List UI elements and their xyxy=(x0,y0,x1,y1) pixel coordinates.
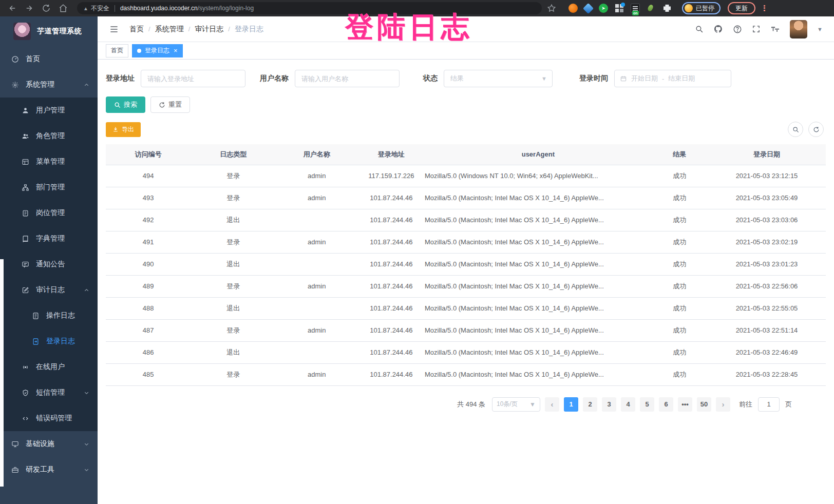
profile-paused-pill[interactable]: 已暂停 xyxy=(682,2,721,14)
user-avatar[interactable] xyxy=(790,20,807,38)
hamburger-icon[interactable] xyxy=(109,24,119,34)
github-icon[interactable] xyxy=(713,24,723,34)
extensions-puzzle-icon[interactable] xyxy=(662,4,672,13)
sidebar-item-audit-log[interactable]: 审计日志 xyxy=(0,277,98,303)
caret-down-icon[interactable]: ▼ xyxy=(817,26,823,32)
profile-emoji-icon xyxy=(685,4,693,12)
sidebar-item-posts[interactable]: 岗位管理 xyxy=(0,200,98,226)
cell-result: 成功 xyxy=(652,341,708,363)
sidebar-item-login-log[interactable]: 登录日志 xyxy=(0,328,98,354)
search-icon[interactable] xyxy=(695,25,704,33)
cell-user-agent: Mozilla/5.0 (Windows NT 10.0; Win64; x64… xyxy=(425,165,652,187)
help-icon[interactable] xyxy=(733,25,742,34)
extension-grid-icon[interactable] xyxy=(615,4,624,13)
warning-triangle-icon: ▲ xyxy=(83,6,88,11)
sidebar-item-online-users[interactable]: 在线用户 xyxy=(0,354,98,380)
next-page-button[interactable]: › xyxy=(716,397,730,412)
sidebar-item-label: 岗位管理 xyxy=(36,208,65,218)
username-input[interactable] xyxy=(295,70,400,87)
sidebar-item-home[interactable]: 首页 xyxy=(0,46,98,72)
cell-user-agent: Mozilla/5.0 (Macintosh; Intel Mac OS X 1… xyxy=(425,209,652,231)
page-button-6[interactable]: 6 xyxy=(659,397,673,412)
more-pages-button[interactable]: ••• xyxy=(678,397,692,412)
breadcrumb-separator: / xyxy=(188,25,191,33)
address-bar[interactable]: ▲ 不安全 dashboard.yudao.iocoder.cn/system/… xyxy=(77,2,542,14)
sidebar-item-error-code[interactable]: 错误码管理 xyxy=(0,405,98,431)
font-size-icon[interactable] xyxy=(770,24,780,34)
sidebar-item-menus[interactable]: 菜单管理 xyxy=(0,149,98,175)
sidebar-item-operate-log[interactable]: 操作日志 xyxy=(0,303,98,328)
cell-login-date: 2021-05-03 22:56:06 xyxy=(708,275,826,297)
toggle-search-button[interactable] xyxy=(788,122,803,137)
sidebar-item-depts[interactable]: 部门管理 xyxy=(0,175,98,200)
sidebar-item-label: 菜单管理 xyxy=(36,157,65,166)
cell-result: 成功 xyxy=(652,209,708,231)
page-button-2[interactable]: 2 xyxy=(583,397,597,412)
bookmark-star-icon[interactable] xyxy=(547,4,556,13)
extension-tabs-icon[interactable]: on xyxy=(631,4,640,13)
export-button[interactable]: 导出 xyxy=(106,122,141,137)
sidebar-item-label: 操作日志 xyxy=(46,311,75,320)
page-button-1[interactable]: 1 xyxy=(564,397,578,412)
date-range-picker[interactable]: 开始日期 - 结束日期 xyxy=(614,70,731,87)
close-icon[interactable]: × xyxy=(174,47,178,54)
cell-ip: 101.87.244.46 xyxy=(358,319,425,341)
sidebar-item-sms[interactable]: 短信管理 xyxy=(0,380,98,405)
tab-login-log[interactable]: 登录日志 × xyxy=(132,44,183,57)
start-date-placeholder: 开始日期 xyxy=(631,74,658,83)
update-button[interactable]: 更新 xyxy=(728,2,755,14)
breadcrumb-home[interactable]: 首页 xyxy=(129,25,144,34)
cell-user-agent: Mozilla/5.0 (Macintosh; Intel Mac OS X 1… xyxy=(425,253,652,275)
sidebar-item-roles[interactable]: 角色管理 xyxy=(0,123,98,149)
menu-table-icon xyxy=(22,158,29,166)
cell-login-date: 2021-05-03 23:01:23 xyxy=(708,253,826,275)
cell-login-date: 2021-05-03 22:55:05 xyxy=(708,297,826,319)
status-select[interactable]: 结果 ▼ xyxy=(444,70,553,87)
extensions-row: ➤ on xyxy=(568,4,672,13)
sidebar-item-users[interactable]: 用户管理 xyxy=(0,98,98,123)
cell-login-date: 2021-05-03 22:46:49 xyxy=(708,341,826,363)
table-row: 494登录admin117.159.17.226Mozilla/5.0 (Win… xyxy=(106,165,826,187)
home-icon[interactable] xyxy=(59,4,68,13)
tab-home[interactable]: 首页 xyxy=(106,44,128,57)
extension-sprout-icon[interactable] xyxy=(647,4,656,13)
cell-username: admin xyxy=(276,319,358,341)
breadcrumb-separator: / xyxy=(228,25,230,33)
address-input[interactable] xyxy=(141,70,245,87)
goto-page-input[interactable] xyxy=(758,397,780,412)
sidebar-item-notice[interactable]: 通知公告 xyxy=(0,251,98,277)
refresh-table-button[interactable] xyxy=(808,122,824,137)
sidebar-item-system[interactable]: 系统管理 xyxy=(0,72,98,98)
breadcrumb-audit[interactable]: 审计日志 xyxy=(195,25,223,34)
page-button-50[interactable]: 50 xyxy=(697,397,711,412)
cell-log-type: 退出 xyxy=(191,253,275,275)
cell-log-type: 登录 xyxy=(191,275,275,297)
chevron-up-icon xyxy=(84,82,89,88)
table-header-row: 访问编号 日志类型 用户名称 登录地址 userAgent 结果 登录日期 xyxy=(106,144,826,165)
security-indicator[interactable]: ▲ 不安全 xyxy=(83,4,109,13)
sidebar-scrollbar[interactable] xyxy=(0,259,4,487)
tab-label: 登录日志 xyxy=(145,46,169,55)
browser-menu-icon[interactable]: ⋮ xyxy=(761,4,768,13)
back-icon[interactable] xyxy=(8,4,17,13)
sidebar-item-devtools[interactable]: 研发工具 xyxy=(0,457,98,482)
extension-gem-icon[interactable] xyxy=(583,3,594,13)
header-log-type: 日志类型 xyxy=(191,144,275,165)
page-size-select[interactable]: 10条/页 ▼ xyxy=(492,397,540,412)
reset-button[interactable]: 重置 xyxy=(150,96,190,113)
reload-icon[interactable] xyxy=(42,4,51,13)
reset-label: 重置 xyxy=(168,100,182,109)
search-button[interactable]: 搜索 xyxy=(106,96,145,113)
page-button-4[interactable]: 4 xyxy=(621,397,635,412)
fullscreen-icon[interactable] xyxy=(752,25,761,33)
prev-page-button[interactable]: ‹ xyxy=(545,397,559,412)
page-button-5[interactable]: 5 xyxy=(640,397,654,412)
sidebar-item-infra[interactable]: 基础设施 xyxy=(0,431,98,457)
table-row: 489登录admin101.87.244.46Mozilla/5.0 (Maci… xyxy=(106,275,826,297)
extension-green-arrow-icon[interactable]: ➤ xyxy=(599,4,608,13)
sidebar-item-dict[interactable]: 字典管理 xyxy=(0,226,98,251)
extension-orange-icon[interactable] xyxy=(568,4,578,13)
forward-icon[interactable] xyxy=(25,4,34,13)
breadcrumb-system[interactable]: 系统管理 xyxy=(155,25,184,34)
page-button-3[interactable]: 3 xyxy=(602,397,616,412)
